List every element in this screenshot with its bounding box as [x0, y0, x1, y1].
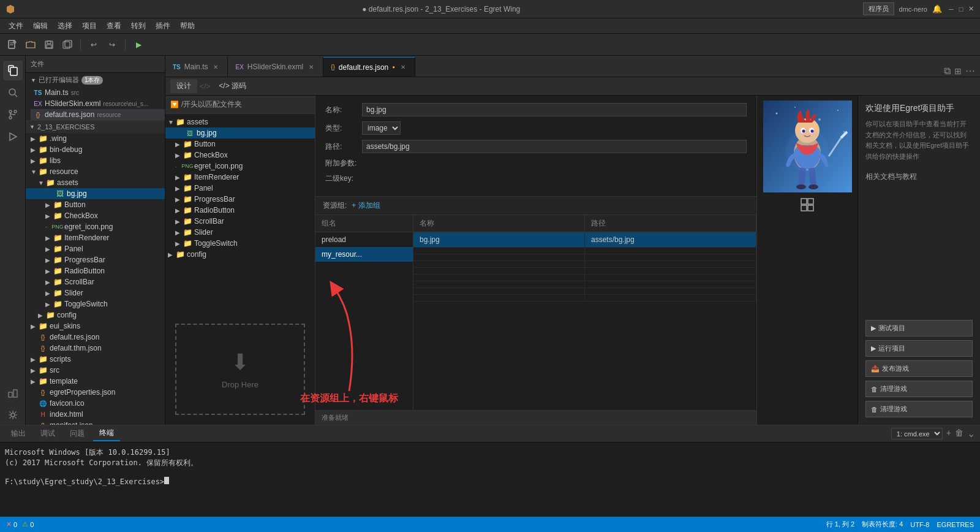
- open-editor-hsliderskin[interactable]: EX HSliderSkin.exml resource\eui_s...: [31, 98, 165, 109]
- tree-wing[interactable]: ▶ 📁 .wing: [26, 133, 165, 144]
- res-tree-toggleswitch[interactable]: ▶ 📁 ToggleSwitch: [165, 238, 315, 249]
- tabsize-info[interactable]: 制表符长度: 4: [862, 520, 903, 529]
- language-info[interactable]: EGRETRES: [937, 521, 974, 528]
- group-preload[interactable]: preload: [315, 232, 413, 247]
- menu-edit[interactable]: 编辑: [28, 20, 53, 32]
- split-editor-btn[interactable]: ⧉: [944, 66, 951, 77]
- tab-main-ts[interactable]: TS Main.ts ✕: [165, 57, 228, 77]
- data-row-bg-jpg[interactable]: bg.jpg assets/bg.jpg: [413, 232, 756, 248]
- menu-help[interactable]: 帮助: [175, 20, 200, 32]
- tree-resource[interactable]: ▼ 📁 resource: [26, 166, 165, 177]
- group-empty-2[interactable]: [315, 268, 413, 274]
- tree-egret-icon[interactable]: - PNG egret_icon.png: [26, 221, 165, 232]
- encoding-info[interactable]: UTF-8: [910, 521, 929, 528]
- save-all-btn[interactable]: [60, 37, 75, 52]
- search-icon-btn[interactable]: [3, 83, 23, 102]
- tree-panel[interactable]: ▶ 📁 Panel: [26, 243, 165, 254]
- run-project-btn[interactable]: ▶ 运行项目: [865, 340, 973, 357]
- tree-default-thm-json[interactable]: {} default.thm.json: [26, 343, 165, 354]
- res-tree-checkbox[interactable]: ▶ 📁 CheckBox: [165, 150, 315, 161]
- tree-itemrenderer[interactable]: ▶ 📁 ItemRenderer: [26, 232, 165, 243]
- tree-scrollbar[interactable]: ▶ 📁 ScrollBar: [26, 276, 165, 287]
- debug-icon-btn[interactable]: [3, 127, 23, 146]
- res-tree-slider[interactable]: ▶ 📁 Slider: [165, 227, 315, 238]
- menu-goto[interactable]: 转到: [126, 20, 151, 32]
- res-tree-panel-folder[interactable]: ▶ 📁 Panel: [165, 183, 315, 194]
- git-icon-btn[interactable]: [3, 105, 23, 124]
- group-empty-1[interactable]: [315, 262, 413, 268]
- tree-progressbar[interactable]: ▶ 📁 ProgressBar: [26, 254, 165, 265]
- minimize-btn[interactable]: ─: [947, 5, 956, 13]
- undo-btn[interactable]: ↩: [86, 37, 101, 52]
- error-count[interactable]: ✕ 0: [6, 520, 17, 528]
- tree-manifest-json[interactable]: {} manifest.json: [26, 420, 165, 425]
- explorer-icon-btn[interactable]: [3, 61, 23, 80]
- open-folder-btn[interactable]: [23, 37, 38, 52]
- group-empty-4[interactable]: [315, 280, 413, 286]
- tree-bin-debug[interactable]: ▶ 📁 bin-debug: [26, 144, 165, 155]
- menu-file[interactable]: 文件: [4, 20, 28, 32]
- drop-zone[interactable]: ⬇ Drop Here: [175, 324, 305, 415]
- run-btn[interactable]: ▶: [131, 37, 146, 52]
- map-icon-btn[interactable]: [3, 383, 23, 403]
- tree-toggleswitch[interactable]: ▶ 📁 ToggleSwitch: [26, 298, 165, 310]
- tree-src[interactable]: ▶ 📁 src: [26, 365, 165, 376]
- open-editor-default-res[interactable]: {} default.res.json resource: [31, 109, 165, 120]
- menu-view[interactable]: 查看: [102, 20, 126, 32]
- tree-slider[interactable]: ▶ 📁 Slider: [26, 287, 165, 298]
- clean-game2-btn[interactable]: 🗑 清理游戏: [865, 401, 973, 417]
- tree-bg-jpg[interactable]: 🖼 bg.jpg: [26, 188, 165, 199]
- group-empty-5[interactable]: [315, 286, 413, 292]
- hsliderskin-close-btn[interactable]: ✕: [307, 63, 315, 71]
- menu-plugin[interactable]: 插件: [151, 20, 175, 32]
- test-project-btn[interactable]: ▶ 测试项目: [865, 320, 973, 336]
- tree-scripts[interactable]: ▶ 📁 scripts: [26, 354, 165, 365]
- tree-egret-props[interactable]: {} egretProperties.json: [26, 387, 165, 398]
- open-editor-main-ts[interactable]: TS Main.ts src: [31, 87, 165, 98]
- tree-libs[interactable]: ▶ 📁 libs: [26, 155, 165, 166]
- add-terminal-btn[interactable]: +: [946, 428, 951, 439]
- preview-grid-toggle[interactable]: [800, 197, 815, 214]
- main-ts-close-btn[interactable]: ✕: [211, 63, 220, 71]
- redo-btn[interactable]: ↪: [105, 37, 119, 52]
- res-tree-assets[interactable]: ▼ 📁 assets: [165, 116, 315, 127]
- tree-favicon[interactable]: 🌐 favicon.ico: [26, 398, 165, 409]
- design-btn[interactable]: 设计: [170, 79, 197, 93]
- group-empty-3[interactable]: [315, 274, 413, 280]
- group-my-resource[interactable]: my_resour... 删除资源组: [315, 247, 413, 262]
- res-tree-scrollbar[interactable]: ▶ 📁 ScrollBar: [165, 216, 315, 227]
- open-editors-section[interactable]: ▼ 已打开编辑器 1本存: [26, 73, 165, 87]
- terminal-panel-menu-btn[interactable]: ⌄: [967, 428, 975, 439]
- notification-icon[interactable]: 🔔: [932, 4, 942, 13]
- close-btn[interactable]: ✕: [967, 5, 975, 13]
- add-group-btn[interactable]: + 添加组: [352, 200, 380, 211]
- source-btn[interactable]: </> 源码: [213, 79, 252, 93]
- group-empty-6[interactable]: [315, 292, 413, 298]
- res-tree-bg-jpg[interactable]: 🖼 bg.jpg: [165, 127, 315, 139]
- tree-button[interactable]: ▶ 📁 Button: [26, 199, 165, 210]
- default-res-close-btn[interactable]: ✕: [399, 63, 407, 72]
- line-col-info[interactable]: 行 1, 列 2: [826, 520, 854, 529]
- res-tree-radiobutton[interactable]: ▶ 📁 RadioButton: [165, 205, 315, 216]
- type-select[interactable]: image json text sound: [362, 121, 401, 135]
- tree-index-html[interactable]: H index.html: [26, 409, 165, 420]
- save-btn[interactable]: [42, 37, 56, 52]
- publish-game-btn[interactable]: 📤 发布游戏: [865, 360, 973, 377]
- new-file-btn[interactable]: [5, 37, 20, 52]
- name-input[interactable]: [362, 103, 747, 116]
- menu-select[interactable]: 选择: [53, 20, 77, 32]
- tree-config-res[interactable]: ▶ 📁 config: [26, 310, 165, 321]
- debug-tab[interactable]: 调试: [34, 427, 61, 441]
- terminal-selector[interactable]: 1: cmd.exe: [891, 428, 943, 439]
- maximize-btn[interactable]: □: [957, 5, 965, 13]
- editor-layout-btn[interactable]: ⊞: [954, 66, 962, 76]
- menu-project[interactable]: 项目: [77, 20, 102, 32]
- more-actions-btn[interactable]: ⋯: [965, 65, 975, 77]
- project-header[interactable]: ▼ 2_13_EXERCISES: [26, 121, 165, 133]
- delete-terminal-btn[interactable]: 🗑: [955, 428, 963, 439]
- tree-template[interactable]: ▶ 📁 template: [26, 376, 165, 387]
- res-tree-config[interactable]: ▶ 📁 config: [165, 249, 315, 260]
- terminal-tab[interactable]: 终端: [93, 426, 120, 441]
- res-tree-progressbar[interactable]: ▶ 📁 ProgressBar: [165, 194, 315, 205]
- warning-count[interactable]: ⚠ 0: [22, 520, 34, 528]
